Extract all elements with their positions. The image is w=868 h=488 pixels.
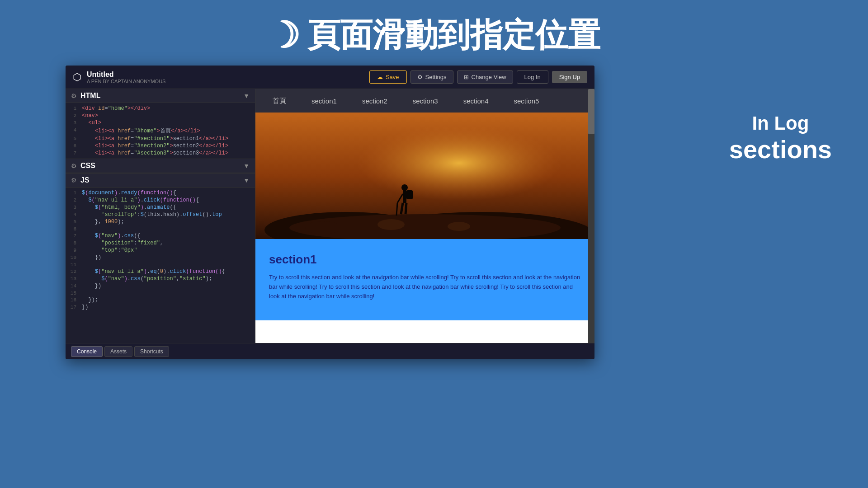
code-line: 17 }): [66, 304, 255, 311]
preview-navigation: 首頁 section1 section2 section3 section4 s…: [255, 89, 594, 113]
top-bar: ⬡ Untitled A PEN BY CAPTAIN ANONYMOUS ☁ …: [66, 66, 594, 89]
css-gear-icon: ⚙: [71, 162, 77, 169]
code-line: 5 <li><a href="#section1">section1</a></…: [66, 135, 255, 142]
code-line: 3 <ul>: [66, 119, 255, 127]
nav-item-home[interactable]: 首頁: [260, 90, 299, 112]
page-header: ☽ 頁面滑動到指定位置: [0, 0, 868, 66]
shortcuts-button[interactable]: Shortcuts: [134, 346, 169, 357]
html-chevron-icon: ▼: [243, 92, 250, 99]
code-line: 4 'scrollTop':$(this.hash).offset().top: [66, 211, 255, 218]
settings-button[interactable]: ⚙ Settings: [410, 70, 453, 84]
nav-item-section4[interactable]: section4: [451, 91, 501, 111]
console-button[interactable]: Console: [71, 346, 103, 357]
code-line: 13 $("nav").css("position","static");: [66, 275, 255, 282]
code-line: 9 "top":"0px": [66, 247, 255, 254]
svg-rect-12: [406, 190, 413, 199]
save-button[interactable]: ☁ Save: [369, 70, 407, 84]
nav-item-section2[interactable]: section2: [349, 91, 400, 111]
cloud-icon: ☁: [377, 74, 383, 80]
preview-scrollbar[interactable]: [588, 89, 594, 343]
js-gear-icon: ⚙: [71, 177, 77, 184]
pen-info: Untitled A PEN BY CAPTAIN ANONYMOUS: [87, 70, 369, 84]
header-title: 頁面滑動到指定位置: [307, 14, 600, 57]
code-line: 1 $(document).ready(function(){: [66, 189, 255, 197]
moon-icon: ☽: [268, 14, 300, 56]
code-line: 7 <li><a href="#section3">section3</a></…: [66, 150, 255, 157]
svg-point-7: [305, 221, 341, 234]
pen-title: Untitled: [87, 70, 369, 79]
preview-panel: 首頁 section1 section2 section3 section4 s…: [255, 89, 594, 343]
code-line: 11: [66, 261, 255, 268]
signup-button[interactable]: Sign Up: [552, 71, 587, 83]
css-label: CSS: [80, 162, 95, 170]
js-chevron-icon: ▼: [243, 177, 250, 184]
page-title: ☽ 頁面滑動到指定位置: [0, 14, 868, 57]
view-icon: ⊞: [464, 74, 469, 80]
html-gear-icon: ⚙: [71, 92, 77, 99]
annotation-area: In Log sections: [729, 113, 832, 164]
preview-hero-image: [255, 113, 594, 239]
html-code-area: 1 <div id="home"></div> 2 <nav> 3 <ul> 4…: [66, 103, 255, 159]
annotation-log-in: In Log: [729, 113, 832, 134]
code-line: 2 <nav>: [66, 112, 255, 119]
code-line: 10 }): [66, 254, 255, 261]
code-line: 14 }): [66, 282, 255, 290]
top-bar-actions: ☁ Save ⚙ Settings ⊞ Change View Log In S…: [369, 70, 587, 84]
code-line: 4 <li><a href="#home">首頁</a></li>: [66, 127, 255, 135]
annotation-sections: sections: [729, 136, 832, 164]
code-line: 12 $("nav ul li a").eq(0).click(function…: [66, 268, 255, 275]
change-view-button[interactable]: ⊞ Change View: [457, 70, 513, 84]
code-line: 1 <div id="home"></div>: [66, 105, 255, 112]
editor-preview-split: ⚙ HTML ▼ 1 <div id="home"></div> 2 <nav>…: [66, 89, 594, 343]
html-label: HTML: [80, 92, 100, 100]
code-line: 15: [66, 290, 255, 296]
svg-point-5: [377, 219, 405, 230]
code-line: 6: [66, 225, 255, 232]
js-code-area: 1 $(document).ready(function(){ 2 $("nav…: [66, 188, 255, 313]
codepen-window: ⬡ Untitled A PEN BY CAPTAIN ANONYMOUS ☁ …: [66, 66, 594, 359]
preview-inner: 首頁 section1 section2 section3 section4 s…: [255, 89, 594, 343]
nav-item-section3[interactable]: section3: [400, 91, 451, 111]
editor-panel: ⚙ HTML ▼ 1 <div id="home"></div> 2 <nav>…: [66, 89, 255, 343]
html-section-header[interactable]: ⚙ HTML ▼: [66, 89, 255, 103]
code-line: 6 <li><a href="#section2">section2</a></…: [66, 142, 255, 150]
bottom-toolbar: Console Assets Shortcuts: [66, 343, 594, 359]
css-chevron-icon: ▼: [243, 162, 250, 169]
assets-button[interactable]: Assets: [104, 346, 132, 357]
code-line: 8 "position":"fixed",: [66, 239, 255, 247]
svg-rect-8: [403, 189, 406, 203]
css-section: ⚙ CSS ▼: [66, 159, 255, 173]
section1-text: Try to scroll this section and look at t…: [269, 273, 581, 301]
login-button[interactable]: Log In: [517, 70, 548, 84]
js-section-header[interactable]: ⚙ JS ▼: [66, 174, 255, 188]
code-line: 3 $("html, body").animate({: [66, 204, 255, 211]
nav-item-section1[interactable]: section1: [299, 91, 349, 111]
css-section-header[interactable]: ⚙ CSS ▼: [66, 159, 255, 173]
preview-section1: section1 Try to scroll this section and …: [255, 239, 594, 320]
scrollbar-thumb[interactable]: [588, 89, 594, 134]
js-label: JS: [80, 176, 90, 184]
gear-icon: ⚙: [417, 74, 423, 80]
svg-line-11: [406, 203, 406, 214]
svg-point-9: [401, 184, 408, 191]
codepen-logo-icon: ⬡: [73, 71, 81, 83]
svg-line-14: [396, 203, 397, 216]
code-line: 5 }, 1000);: [66, 218, 255, 225]
nav-item-section5[interactable]: section5: [501, 91, 552, 111]
pen-author: A PEN BY CAPTAIN ANONYMOUS: [87, 79, 369, 84]
code-line: 7 $("nav").css({: [66, 232, 255, 239]
js-section: ⚙ JS ▼ 1 $(document).ready(function(){ 2…: [66, 173, 255, 313]
code-line: 16 });: [66, 296, 255, 304]
svg-point-6: [448, 222, 470, 231]
code-line: 2 $("nav ul li a").click(function(){: [66, 197, 255, 204]
section1-title: section1: [269, 253, 581, 267]
